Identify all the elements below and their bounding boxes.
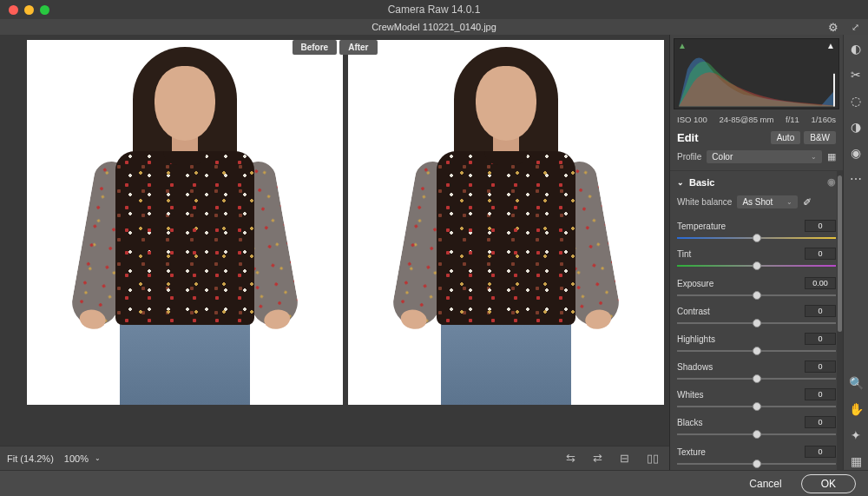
shutter-label: 1/160s bbox=[811, 115, 836, 124]
after-tab[interactable]: After bbox=[339, 40, 377, 55]
lens-label: 24-85@85 mm bbox=[719, 115, 773, 124]
auto-button[interactable]: Auto bbox=[771, 131, 801, 144]
white-balance-label: White balance bbox=[677, 197, 732, 207]
edit-panel: ▲ ▲ ISO 100 24-85@85 mm f/11 1/160s Edit… bbox=[669, 35, 843, 470]
exposure-label: Exposure bbox=[677, 279, 713, 288]
texture-value[interactable]: 0 bbox=[805, 446, 836, 458]
before-image[interactable] bbox=[27, 40, 343, 405]
heal-tool-icon[interactable]: ◌ bbox=[847, 92, 865, 109]
visibility-icon[interactable]: ◉ bbox=[827, 176, 836, 188]
settings-icon[interactable]: ⚙ bbox=[828, 21, 838, 34]
sampler-tool-icon[interactable]: ✦ bbox=[847, 427, 865, 444]
chevron-down-icon: ⌄ bbox=[811, 153, 817, 161]
dialog-footer: Cancel OK bbox=[0, 470, 868, 496]
shadows-slider[interactable] bbox=[677, 374, 836, 383]
sliders-container: Temperature 0 Tint 0 Exposure0.00 Contra… bbox=[670, 213, 843, 470]
histogram[interactable]: ▲ ▲ bbox=[674, 38, 839, 109]
texture-label: Texture bbox=[677, 447, 706, 457]
chevron-down-icon: ⌄ bbox=[786, 198, 792, 206]
crop-tool-icon[interactable]: ✂ bbox=[847, 66, 865, 83]
window-titlebar: Camera Raw 14.0.1 bbox=[0, 0, 868, 19]
tool-strip: ◐ ✂ ◌ ◑ ◉ ⋯ 🔍 ✋ ✦ ▦ bbox=[843, 35, 868, 470]
profile-select[interactable]: Color⌄ bbox=[707, 150, 822, 163]
temperature-label: Temperature bbox=[677, 222, 726, 231]
highlights-slider[interactable] bbox=[677, 347, 836, 355]
hand-tool-icon[interactable]: ✋ bbox=[847, 400, 865, 418]
texture-slider[interactable] bbox=[677, 460, 836, 468]
edit-heading: Edit bbox=[677, 131, 699, 144]
document-title-bar: CrewModel 110221_0140.jpg ⚙ ⤢ bbox=[0, 19, 868, 35]
grid-tool-icon[interactable]: ▦ bbox=[847, 453, 865, 470]
filmstrip-icon[interactable]: ▯▯ bbox=[643, 452, 662, 465]
white-balance-select[interactable]: As Shot⌄ bbox=[737, 195, 798, 208]
zoom-tool-icon[interactable]: 🔍 bbox=[847, 374, 865, 392]
temperature-value[interactable]: 0 bbox=[805, 220, 836, 232]
after-image[interactable] bbox=[348, 40, 664, 405]
profile-label: Profile bbox=[677, 152, 701, 162]
shadows-value[interactable]: 0 bbox=[805, 360, 836, 373]
aperture-label: f/11 bbox=[786, 115, 799, 124]
highlights-value[interactable]: 0 bbox=[805, 333, 836, 345]
copy-settings-icon[interactable]: ⊟ bbox=[616, 452, 633, 465]
mask-tool-icon[interactable]: ◑ bbox=[847, 118, 865, 136]
tint-label: Tint bbox=[677, 249, 691, 259]
tint-value[interactable]: 0 bbox=[805, 248, 836, 260]
compare-toggle-icon[interactable]: ⇆ bbox=[562, 452, 579, 465]
edit-tool-icon[interactable]: ◐ bbox=[847, 40, 865, 57]
highlights-label: Highlights bbox=[677, 334, 715, 344]
tint-slider[interactable] bbox=[677, 261, 836, 270]
fullscreen-icon[interactable]: ⤢ bbox=[852, 22, 859, 33]
chevron-down-icon: ⌄ bbox=[677, 178, 684, 187]
panel-scrollbar[interactable] bbox=[837, 170, 843, 470]
fit-zoom-label[interactable]: Fit (14.2%) bbox=[7, 453, 54, 464]
canvas-footer: Fit (14.2%) 100%⌄ ⇆ ⇄ ⊟ ▯▯ bbox=[0, 446, 669, 470]
blacks-value[interactable]: 0 bbox=[805, 416, 836, 428]
contrast-value[interactable]: 0 bbox=[805, 305, 836, 317]
presets-icon[interactable]: ⋯ bbox=[847, 170, 865, 188]
contrast-label: Contrast bbox=[677, 307, 710, 316]
before-tab[interactable]: Before bbox=[292, 40, 337, 55]
whites-slider[interactable] bbox=[677, 402, 836, 411]
exposure-value[interactable]: 0.00 bbox=[805, 277, 836, 289]
temperature-slider[interactable] bbox=[677, 234, 836, 242]
app-title: Camera Raw 14.0.1 bbox=[0, 3, 868, 16]
cancel-button[interactable]: Cancel bbox=[740, 474, 790, 493]
eyedropper-icon[interactable]: ✐ bbox=[803, 196, 812, 208]
profile-browser-icon[interactable]: ▦ bbox=[827, 151, 836, 162]
whites-label: Whites bbox=[677, 390, 704, 400]
iso-label: ISO 100 bbox=[677, 115, 707, 124]
zoom-select[interactable]: 100%⌄ bbox=[64, 453, 101, 464]
whites-value[interactable]: 0 bbox=[805, 388, 836, 400]
image-metadata: ISO 100 24-85@85 mm f/11 1/160s bbox=[670, 113, 843, 128]
swap-icon[interactable]: ⇄ bbox=[589, 452, 606, 465]
shadows-label: Shadows bbox=[677, 362, 713, 372]
canvas-area: Before After bbox=[0, 35, 669, 470]
basic-section-header[interactable]: ⌄ Basic ◉ bbox=[677, 176, 836, 188]
redeye-tool-icon[interactable]: ◉ bbox=[847, 144, 865, 162]
contrast-slider[interactable] bbox=[677, 319, 836, 327]
blacks-label: Blacks bbox=[677, 418, 702, 427]
filename-label: CrewModel 110221_0140.jpg bbox=[372, 22, 496, 32]
blacks-slider[interactable] bbox=[677, 430, 836, 439]
ok-button[interactable]: OK bbox=[801, 474, 856, 493]
exposure-slider[interactable] bbox=[677, 291, 836, 300]
bw-button[interactable]: B&W bbox=[804, 131, 836, 144]
